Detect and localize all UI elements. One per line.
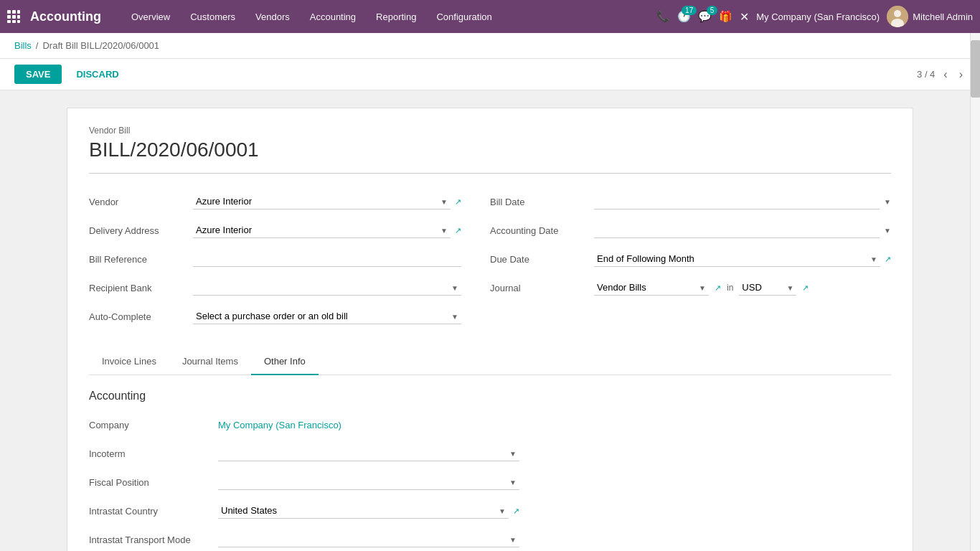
chat-icon[interactable]: 💬5: [698, 10, 712, 23]
vendor-field-row: Vendor Azure Interior ▼ ↗: [89, 191, 461, 212]
svg-point-10: [894, 10, 901, 17]
due-date-field-row: Due Date End of Following Month ▼ ↗: [490, 248, 891, 270]
accounting-date-field-row: Accounting Date 06/01/2020 ▼: [490, 220, 891, 241]
vendor-control: Azure Interior ▼ ↗: [193, 194, 461, 209]
accounting-date-control: 06/01/2020 ▼: [594, 222, 891, 238]
intrastat-transport-select-wrapper: ▼: [218, 532, 519, 547]
currency-external-link[interactable]: ↗: [802, 283, 809, 293]
intrastat-country-control: United States ▼ ↗: [218, 503, 519, 519]
accounting-date-input[interactable]: 06/01/2020: [594, 222, 880, 238]
tab-content-other-info: Accounting Company My Company (San Franc…: [89, 375, 891, 551]
bill-number: BILL/2020/06/0001: [89, 138, 891, 174]
currency-select[interactable]: USD: [739, 280, 796, 296]
next-button[interactable]: ›: [956, 67, 966, 83]
delivery-address-label: Delivery Address: [89, 225, 193, 236]
user-menu[interactable]: Mitchell Admin: [887, 6, 973, 27]
journal-select[interactable]: Vendor Bills: [594, 280, 709, 296]
accounting-date-label: Accounting Date: [490, 225, 594, 236]
tab-journal-items[interactable]: Journal Items: [169, 349, 251, 375]
svg-rect-3: [7, 15, 11, 19]
form-left-col: Vendor Azure Interior ▼ ↗: [89, 191, 490, 334]
svg-rect-7: [12, 20, 16, 23]
company-value[interactable]: My Company (San Francisco): [218, 420, 341, 430]
breadcrumb-current: Draft Bill BILL/2020/06/0001: [42, 40, 159, 51]
bill-date-input[interactable]: 06/01/2020: [594, 194, 880, 209]
delivery-address-field-row: Delivery Address Azure Interior ▼ ↗: [89, 220, 461, 241]
accounting-date-dropdown-arrow: ▼: [884, 227, 891, 235]
bill-reference-field-row: Bill Reference: [89, 248, 461, 270]
grid-icon[interactable]: [7, 10, 20, 23]
clock-icon[interactable]: 🕐17: [677, 10, 691, 23]
due-date-select[interactable]: End of Following Month: [594, 251, 880, 267]
discard-button[interactable]: DISCARD: [69, 65, 126, 84]
vendor-select[interactable]: Azure Interior: [193, 194, 451, 209]
tab-invoice-lines[interactable]: Invoice Lines: [89, 349, 169, 375]
auto-complete-label: Auto-Complete: [89, 311, 193, 322]
incoterm-label: Incoterm: [89, 448, 218, 459]
journal-field-row: Journal Vendor Bills ▼ ↗ in: [490, 277, 891, 298]
bill-reference-label: Bill Reference: [89, 254, 193, 265]
due-date-select-wrapper: End of Following Month ▼: [594, 251, 880, 267]
phone-icon[interactable]: 📞: [656, 10, 670, 23]
prev-button[interactable]: ‹: [941, 67, 950, 83]
incoterm-select[interactable]: [218, 446, 519, 461]
intrastat-transport-select[interactable]: [218, 532, 519, 547]
bill-date-dropdown-arrow: ▼: [884, 198, 891, 206]
save-button[interactable]: SAVE: [14, 65, 62, 84]
fiscal-position-select-wrapper: ▼: [218, 474, 519, 490]
auto-complete-select[interactable]: Select a purchase order or an old bill: [193, 309, 461, 324]
vendor-label: Vendor: [89, 197, 193, 207]
svg-rect-8: [17, 20, 20, 23]
company-control: My Company (San Francisco): [218, 420, 519, 430]
auto-complete-control: Select a purchase order or an old bill ▼: [193, 309, 461, 324]
currency-select-wrapper: USD ▼: [739, 280, 796, 296]
intrastat-country-select[interactable]: United States: [218, 503, 509, 519]
close-icon[interactable]: ✕: [740, 10, 749, 24]
journal-in-label: in: [727, 283, 733, 293]
incoterm-select-wrapper: ▼: [218, 446, 519, 461]
delivery-address-external-link[interactable]: ↗: [455, 226, 461, 235]
menu-customers[interactable]: Customers: [182, 7, 244, 27]
scroll-thumb[interactable]: [971, 40, 980, 98]
svg-rect-2: [17, 10, 20, 14]
fiscal-position-field-row: Fiscal Position ▼: [89, 471, 519, 493]
menu-reporting[interactable]: Reporting: [367, 7, 425, 27]
fiscal-position-select[interactable]: [218, 474, 519, 490]
menu-vendors[interactable]: Vendors: [247, 7, 298, 27]
intrastat-country-external-link[interactable]: ↗: [513, 507, 519, 516]
journal-control: Vendor Bills ▼ ↗ in USD: [594, 280, 891, 296]
bill-date-select-wrapper: 06/01/2020: [594, 194, 880, 209]
bill-reference-input[interactable]: [193, 251, 461, 267]
menu-configuration[interactable]: Configuration: [428, 7, 500, 27]
due-date-external-link[interactable]: ↗: [885, 255, 891, 264]
svg-rect-0: [7, 10, 11, 14]
pagination: 3 / 4 ‹ ›: [917, 67, 966, 83]
form-right-col: Bill Date 06/01/2020 ▼ Accounting Date: [490, 191, 891, 334]
recipient-bank-select[interactable]: [193, 280, 461, 296]
intrastat-transport-label: Intrastat Transport Mode: [89, 534, 218, 545]
breadcrumb-link[interactable]: Bills: [14, 40, 32, 51]
incoterm-field-row: Incoterm ▼: [89, 443, 519, 464]
intrastat-country-label: Intrastat Country: [89, 506, 218, 517]
delivery-address-select-wrapper: Azure Interior ▼: [193, 222, 451, 238]
auto-complete-field-row: Auto-Complete Select a purchase order or…: [89, 306, 461, 327]
vendor-external-link[interactable]: ↗: [455, 197, 461, 207]
company-field-row: Company My Company (San Francisco): [89, 414, 519, 435]
fiscal-position-control: ▼: [218, 474, 519, 490]
recipient-bank-label: Recipient Bank: [89, 283, 193, 293]
journal-external-link[interactable]: ↗: [715, 283, 721, 293]
user-name: Mitchell Admin: [913, 11, 973, 22]
toolbar: SAVE DISCARD 3 / 4 ‹ ›: [0, 59, 980, 90]
topnav-menu: Overview Customers Vendors Accounting Re…: [123, 7, 656, 27]
tab-other-info[interactable]: Other Info: [251, 349, 319, 375]
vendor-select-wrapper: Azure Interior ▼: [193, 194, 451, 209]
menu-overview[interactable]: Overview: [123, 7, 179, 27]
tabs: Invoice Lines Journal Items Other Info: [89, 349, 891, 375]
journal-select-wrapper: Vendor Bills ▼: [594, 280, 709, 296]
form-wrapper: Vendor Bill BILL/2020/06/0001 Vendor Azu…: [67, 108, 913, 551]
menu-accounting[interactable]: Accounting: [301, 7, 364, 27]
gift-icon[interactable]: 🎁: [719, 10, 732, 23]
scrollbar[interactable]: [970, 33, 980, 551]
clock-badge: 17: [682, 6, 697, 15]
delivery-address-select[interactable]: Azure Interior: [193, 222, 451, 238]
